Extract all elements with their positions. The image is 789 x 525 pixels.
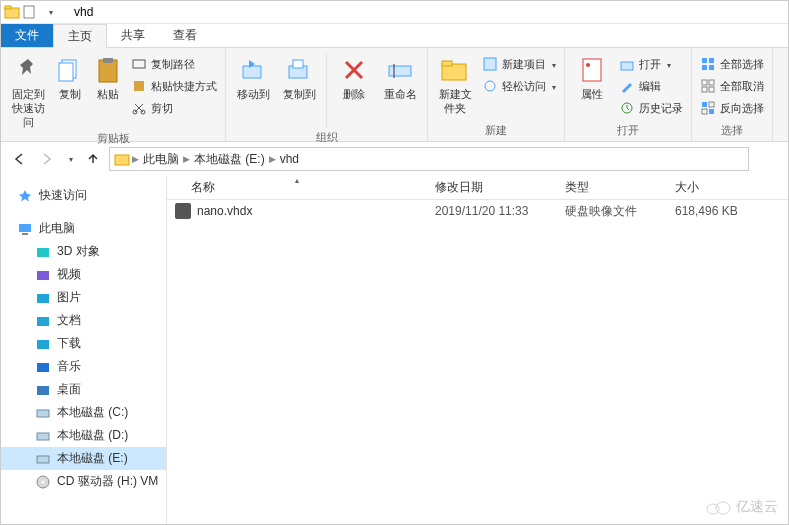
select-none-button[interactable]: 全部取消 [698,76,766,96]
star-icon [17,188,33,204]
properties-button[interactable]: 属性 [571,50,613,102]
svg-point-51 [707,504,719,514]
group-clipboard: 固定到快速访问 复制 粘贴 复制路径 粘贴快捷方式 [1,48,226,141]
copy-path-button[interactable]: 复制路径 [129,54,219,74]
file-row[interactable]: nano.vhdx2019/11/20 11:33硬盘映像文件618,496 K… [167,200,788,222]
breadcrumb-item[interactable]: 此电脑 [141,151,181,168]
paste-button[interactable]: 粘贴 [91,50,125,102]
chevron-right-icon[interactable]: ▶ [132,154,139,164]
group-label-new: 新建 [434,121,558,141]
window-title: vhd [74,5,93,19]
drive-icon [35,244,51,260]
title-bar: vhd [1,1,788,24]
svg-rect-5 [99,60,117,82]
tab-home[interactable]: 主页 [53,24,107,48]
open-button[interactable]: 打开 [617,54,685,74]
svg-point-52 [716,502,730,514]
pin-to-quick-access-button[interactable]: 固定到快速访问 [7,50,49,129]
drive-icon [35,359,51,375]
recent-locations-button[interactable] [63,147,77,171]
drive-icon [35,267,51,283]
delete-button[interactable]: 删除 [333,50,375,102]
tree-item[interactable]: 文档 [1,309,166,332]
forward-button[interactable] [35,147,59,171]
pin-icon [12,54,44,86]
svg-rect-38 [22,233,28,235]
invert-selection-button[interactable]: 反向选择 [698,98,766,118]
svg-rect-36 [115,155,129,165]
svg-rect-27 [709,65,714,70]
invert-selection-icon [700,100,716,116]
tree-item[interactable]: 桌面 [1,378,166,401]
chevron-right-icon[interactable]: ▶ [269,154,276,164]
tree-item-label: 本地磁盘 (C:) [57,404,128,421]
paste-shortcut-button[interactable]: 粘贴快捷方式 [129,76,219,96]
copy-button[interactable]: 复制 [53,50,87,102]
svg-rect-47 [37,433,49,440]
tree-item[interactable]: 本地磁盘 (D:) [1,424,166,447]
tab-file[interactable]: 文件 [1,24,53,47]
edit-button[interactable]: 编辑 [617,76,685,96]
rename-button[interactable]: 重命名 [379,50,421,102]
drive-icon [35,428,51,444]
svg-rect-48 [37,456,49,463]
tree-item[interactable]: 图片 [1,286,166,309]
properties-icon [576,54,608,86]
tree-item[interactable]: CD 驱动器 (H:) VM [1,470,166,493]
group-label-organize: 组织 [232,128,421,148]
tree-item[interactable]: 视频 [1,263,166,286]
svg-rect-13 [293,60,303,68]
svg-rect-30 [702,87,707,92]
svg-rect-33 [709,109,714,114]
column-name[interactable]: ▲名称 [167,179,427,196]
svg-rect-17 [442,61,452,66]
back-button[interactable] [7,147,31,171]
history-button[interactable]: 历史记录 [617,98,685,118]
history-icon [619,100,635,116]
open-icon [619,56,635,72]
svg-rect-41 [37,294,49,303]
new-item-button[interactable]: 新建项目 [480,54,558,74]
qat-properties-icon[interactable] [22,4,38,20]
svg-rect-42 [37,317,49,326]
move-to-icon [237,54,269,86]
delete-icon [338,54,370,86]
cut-button[interactable]: 剪切 [129,98,219,118]
breadcrumb-item[interactable]: 本地磁盘 (E:) [192,151,267,168]
svg-rect-25 [709,58,714,63]
column-date[interactable]: 修改日期 [427,179,557,196]
breadcrumb-item[interactable]: vhd [278,152,301,166]
new-folder-button[interactable]: 新建文件夹 [434,50,476,116]
select-all-button[interactable]: 全部选择 [698,54,766,74]
tree-item-label: 图片 [57,289,81,306]
chevron-right-icon[interactable]: ▶ [183,154,190,164]
watermark: 亿速云 [704,498,778,516]
paste-shortcut-icon [131,78,147,94]
tab-share[interactable]: 共享 [107,24,159,47]
copy-icon [54,54,86,86]
svg-rect-28 [702,80,707,85]
tree-item[interactable]: 本地磁盘 (E:) [1,447,166,470]
this-pc-icon [17,221,33,237]
tree-item-label: CD 驱动器 (H:) VM [57,473,158,490]
copy-to-button[interactable]: 复制到 [278,50,320,102]
file-size: 618,496 KB [667,204,767,218]
tree-quick-access[interactable]: 快速访问 [1,184,166,207]
column-size[interactable]: 大小 [667,179,767,196]
tree-item[interactable]: 本地磁盘 (C:) [1,401,166,424]
column-type[interactable]: 类型 [557,179,667,196]
vhdx-file-icon [175,203,191,219]
tree-this-pc[interactable]: 此电脑 [1,217,166,240]
tree-item[interactable]: 3D 对象 [1,240,166,263]
group-organize: 移动到 复制到 删除 重命名 组织 [226,48,428,141]
file-list-pane: ▲名称 修改日期 类型 大小 nano.vhdx2019/11/20 11:33… [167,176,788,525]
easy-access-button[interactable]: 轻松访问 [480,76,558,96]
qat-dropdown-icon[interactable] [42,4,58,20]
up-button[interactable] [81,147,105,171]
move-to-button[interactable]: 移动到 [232,50,274,102]
tree-item[interactable]: 下载 [1,332,166,355]
tree-item[interactable]: 音乐 [1,355,166,378]
group-label-open: 打开 [571,121,685,141]
breadcrumb-bar[interactable]: ▶ 此电脑 ▶ 本地磁盘 (E:) ▶ vhd [109,147,749,171]
tab-view[interactable]: 查看 [159,24,211,47]
